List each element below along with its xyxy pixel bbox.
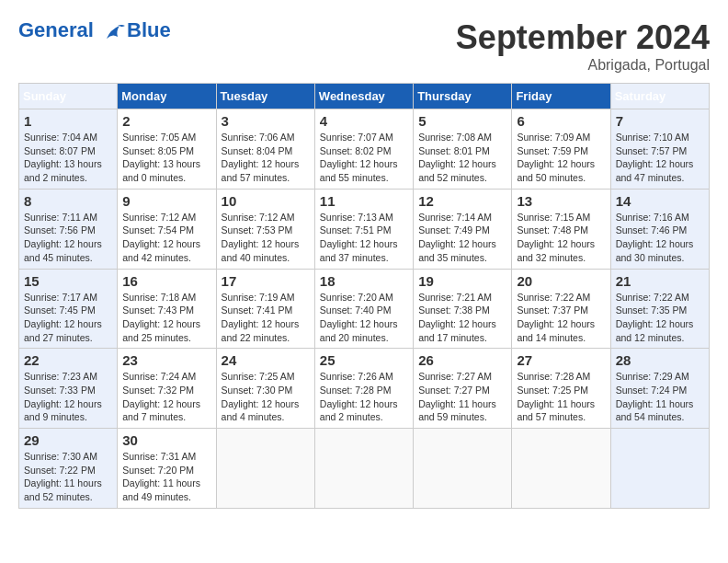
day-info: Sunrise: 7:22 AMSunset: 7:35 PMDaylight:… — [616, 291, 704, 345]
table-row — [610, 429, 709, 509]
calendar-week-row: 8Sunrise: 7:11 AMSunset: 7:56 PMDaylight… — [19, 189, 710, 269]
day-number: 4 — [320, 113, 408, 129]
day-number: 20 — [517, 273, 605, 289]
table-row: 27Sunrise: 7:28 AMSunset: 7:25 PMDayligh… — [512, 349, 610, 429]
logo-general: General — [18, 18, 94, 41]
day-info: Sunrise: 7:19 AMSunset: 7:41 PMDaylight:… — [222, 291, 310, 345]
calendar-table: Sunday Monday Tuesday Wednesday Thursday… — [18, 83, 710, 509]
location-subtitle: Abrigada, Portugal — [456, 57, 710, 74]
day-number: 27 — [517, 352, 605, 368]
day-number: 13 — [517, 193, 605, 209]
table-row: 9Sunrise: 7:12 AMSunset: 7:54 PMDaylight… — [118, 189, 216, 269]
day-info: Sunrise: 7:08 AMSunset: 8:01 PMDaylight:… — [418, 131, 506, 185]
day-number: 8 — [24, 193, 112, 209]
table-row: 14Sunrise: 7:16 AMSunset: 7:46 PMDayligh… — [610, 189, 709, 269]
col-wednesday: Wednesday — [314, 84, 413, 109]
day-info: Sunrise: 7:12 AMSunset: 7:54 PMDaylight:… — [122, 211, 210, 265]
day-number: 16 — [122, 273, 210, 289]
day-number: 9 — [122, 193, 210, 209]
calendar-week-row: 29Sunrise: 7:30 AMSunset: 7:22 PMDayligh… — [19, 429, 710, 509]
day-info: Sunrise: 7:27 AMSunset: 7:27 PMDaylight:… — [418, 370, 506, 424]
table-row: 24Sunrise: 7:25 AMSunset: 7:30 PMDayligh… — [216, 349, 314, 429]
day-number: 2 — [122, 113, 210, 129]
day-number: 14 — [616, 193, 704, 209]
day-number: 3 — [222, 113, 310, 129]
table-row: 1Sunrise: 7:04 AMSunset: 8:07 PMDaylight… — [19, 109, 118, 190]
table-row — [314, 429, 413, 509]
table-row: 29Sunrise: 7:30 AMSunset: 7:22 PMDayligh… — [19, 429, 118, 509]
logo-bird-icon — [101, 22, 125, 42]
day-info: Sunrise: 7:31 AMSunset: 7:20 PMDaylight:… — [122, 450, 210, 504]
table-row: 20Sunrise: 7:22 AMSunset: 7:37 PMDayligh… — [512, 269, 610, 349]
col-thursday: Thursday — [414, 84, 512, 109]
col-tuesday: Tuesday — [216, 84, 314, 109]
day-number: 7 — [616, 113, 704, 129]
table-row: 5Sunrise: 7:08 AMSunset: 8:01 PMDaylight… — [414, 109, 512, 190]
day-info: Sunrise: 7:24 AMSunset: 7:32 PMDaylight:… — [122, 370, 210, 424]
day-number: 25 — [320, 352, 408, 368]
calendar-week-row: 15Sunrise: 7:17 AMSunset: 7:45 PMDayligh… — [19, 269, 710, 349]
day-info: Sunrise: 7:16 AMSunset: 7:46 PMDaylight:… — [616, 211, 704, 265]
day-info: Sunrise: 7:12 AMSunset: 7:53 PMDaylight:… — [222, 211, 310, 265]
day-info: Sunrise: 7:14 AMSunset: 7:49 PMDaylight:… — [418, 211, 506, 265]
day-info: Sunrise: 7:06 AMSunset: 8:04 PMDaylight:… — [222, 131, 310, 185]
day-info: Sunrise: 7:21 AMSunset: 7:38 PMDaylight:… — [418, 291, 506, 345]
table-row: 10Sunrise: 7:12 AMSunset: 7:53 PMDayligh… — [216, 189, 314, 269]
table-row: 13Sunrise: 7:15 AMSunset: 7:48 PMDayligh… — [512, 189, 610, 269]
table-row: 12Sunrise: 7:14 AMSunset: 7:49 PMDayligh… — [414, 189, 512, 269]
day-number: 1 — [24, 113, 112, 129]
logo: General Blue — [18, 18, 171, 42]
day-number: 21 — [616, 273, 704, 289]
day-number: 17 — [222, 273, 310, 289]
table-row: 17Sunrise: 7:19 AMSunset: 7:41 PMDayligh… — [216, 269, 314, 349]
day-number: 30 — [122, 432, 210, 448]
table-row: 8Sunrise: 7:11 AMSunset: 7:56 PMDaylight… — [19, 189, 118, 269]
col-friday: Friday — [512, 84, 610, 109]
day-info: Sunrise: 7:04 AMSunset: 8:07 PMDaylight:… — [24, 131, 112, 185]
day-info: Sunrise: 7:15 AMSunset: 7:48 PMDaylight:… — [517, 211, 605, 265]
calendar-header-row: Sunday Monday Tuesday Wednesday Thursday… — [19, 84, 710, 109]
day-info: Sunrise: 7:30 AMSunset: 7:22 PMDaylight:… — [24, 450, 112, 504]
table-row: 6Sunrise: 7:09 AMSunset: 7:59 PMDaylight… — [512, 109, 610, 190]
table-row: 16Sunrise: 7:18 AMSunset: 7:43 PMDayligh… — [118, 269, 216, 349]
day-number: 6 — [517, 113, 605, 129]
day-info: Sunrise: 7:23 AMSunset: 7:33 PMDaylight:… — [24, 370, 112, 424]
day-number: 24 — [222, 352, 310, 368]
day-number: 28 — [616, 352, 704, 368]
day-number: 23 — [122, 352, 210, 368]
day-info: Sunrise: 7:26 AMSunset: 7:28 PMDaylight:… — [320, 370, 408, 424]
day-number: 18 — [320, 273, 408, 289]
table-row: 11Sunrise: 7:13 AMSunset: 7:51 PMDayligh… — [314, 189, 413, 269]
month-title: September 2024 — [456, 18, 710, 57]
day-info: Sunrise: 7:05 AMSunset: 8:05 PMDaylight:… — [122, 131, 210, 185]
table-row: 22Sunrise: 7:23 AMSunset: 7:33 PMDayligh… — [19, 349, 118, 429]
day-info: Sunrise: 7:13 AMSunset: 7:51 PMDaylight:… — [320, 211, 408, 265]
col-saturday: Saturday — [610, 84, 709, 109]
table-row: 26Sunrise: 7:27 AMSunset: 7:27 PMDayligh… — [414, 349, 512, 429]
calendar-week-row: 1Sunrise: 7:04 AMSunset: 8:07 PMDaylight… — [19, 109, 710, 190]
day-number: 15 — [24, 273, 112, 289]
day-number: 11 — [320, 193, 408, 209]
table-row — [512, 429, 610, 509]
table-row: 15Sunrise: 7:17 AMSunset: 7:45 PMDayligh… — [19, 269, 118, 349]
table-row: 25Sunrise: 7:26 AMSunset: 7:28 PMDayligh… — [314, 349, 413, 429]
day-info: Sunrise: 7:18 AMSunset: 7:43 PMDaylight:… — [122, 291, 210, 345]
day-info: Sunrise: 7:09 AMSunset: 7:59 PMDaylight:… — [517, 131, 605, 185]
day-number: 12 — [418, 193, 506, 209]
day-info: Sunrise: 7:20 AMSunset: 7:40 PMDaylight:… — [320, 291, 408, 345]
col-monday: Monday — [118, 84, 216, 109]
table-row: 3Sunrise: 7:06 AMSunset: 8:04 PMDaylight… — [216, 109, 314, 190]
day-info: Sunrise: 7:07 AMSunset: 8:02 PMDaylight:… — [320, 131, 408, 185]
table-row: 2Sunrise: 7:05 AMSunset: 8:05 PMDaylight… — [118, 109, 216, 190]
page-header: General Blue September 2024 Abrigada, Po… — [18, 18, 710, 74]
table-row — [216, 429, 314, 509]
table-row: 21Sunrise: 7:22 AMSunset: 7:35 PMDayligh… — [610, 269, 709, 349]
table-row: 19Sunrise: 7:21 AMSunset: 7:38 PMDayligh… — [414, 269, 512, 349]
day-info: Sunrise: 7:11 AMSunset: 7:56 PMDaylight:… — [24, 211, 112, 265]
day-number: 22 — [24, 352, 112, 368]
table-row: 28Sunrise: 7:29 AMSunset: 7:24 PMDayligh… — [610, 349, 709, 429]
table-row: 18Sunrise: 7:20 AMSunset: 7:40 PMDayligh… — [314, 269, 413, 349]
day-info: Sunrise: 7:10 AMSunset: 7:57 PMDaylight:… — [616, 131, 704, 185]
col-sunday: Sunday — [19, 84, 118, 109]
title-block: September 2024 Abrigada, Portugal — [456, 18, 710, 74]
